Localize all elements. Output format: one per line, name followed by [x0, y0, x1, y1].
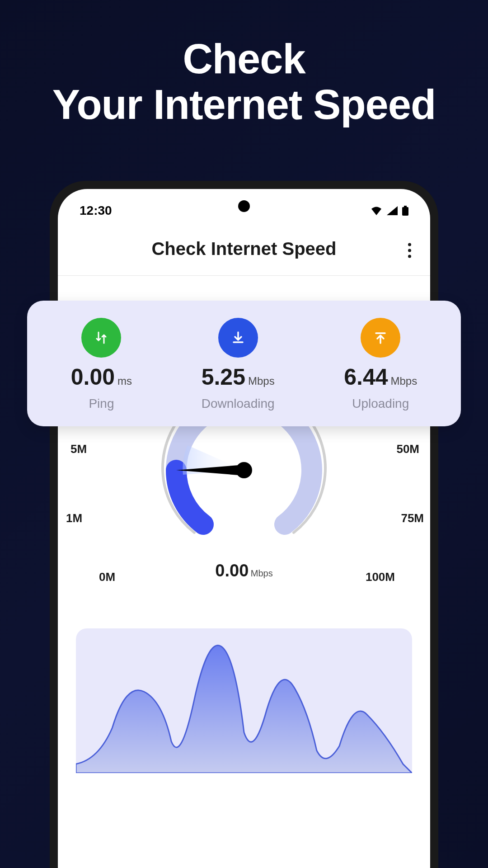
- download-value-row: 5.25 Mbps: [202, 364, 275, 390]
- promo-line-2: Your Internet Speed: [52, 81, 436, 127]
- more-menu-button[interactable]: [408, 243, 411, 258]
- upload-value: 6.44: [344, 364, 388, 390]
- wifi-icon: [371, 206, 382, 215]
- upload-label: Uploading: [352, 396, 409, 411]
- phone-frame: 12:30 Check Internet Speed: [50, 181, 438, 868]
- ping-value: 0.00: [71, 364, 115, 390]
- gauge-tick-50: 50M: [396, 442, 419, 456]
- stat-upload: 6.44 Mbps Uploading: [344, 318, 417, 411]
- phone-screen: 12:30 Check Internet Speed: [58, 189, 430, 868]
- ping-value-row: 0.00 ms: [71, 364, 132, 390]
- svg-point-2: [236, 462, 252, 478]
- upload-unit: Mbps: [391, 375, 418, 387]
- battery-icon: [402, 206, 408, 216]
- more-menu-icon: [408, 243, 411, 246]
- promo-title: Check Your Internet Speed: [0, 0, 488, 127]
- status-time: 12:30: [80, 203, 112, 218]
- app-header: Check Internet Speed: [58, 225, 430, 276]
- gauge-value: 0.00 Mbps: [215, 561, 272, 580]
- signal-icon: [387, 206, 398, 215]
- stat-ping: 0.00 ms Ping: [71, 318, 132, 411]
- camera-notch: [238, 200, 250, 212]
- status-icons: [371, 206, 408, 216]
- gauge-value-unit: Mbps: [251, 568, 273, 578]
- ping-unit: ms: [117, 375, 132, 387]
- download-label: Downloading: [202, 396, 275, 411]
- gauge-tick-1: 1M: [66, 511, 82, 525]
- stats-card: 0.00 ms Ping 5.25 Mbps Downloading 6.44 …: [27, 301, 461, 426]
- promo-line-1: Check: [183, 36, 305, 82]
- gauge-value-number: 0.00: [215, 561, 249, 580]
- svg-rect-0: [404, 206, 407, 207]
- download-unit: Mbps: [248, 375, 275, 387]
- gauge-tick-0: 0M: [99, 570, 115, 584]
- download-icon: [218, 318, 258, 358]
- upload-value-row: 6.44 Mbps: [344, 364, 417, 390]
- svg-rect-1: [402, 207, 408, 216]
- ping-label: Ping: [89, 396, 114, 411]
- gauge-tick-75: 75M: [401, 511, 424, 525]
- wave-chart-svg: [76, 628, 412, 773]
- stat-download: 5.25 Mbps Downloading: [202, 318, 275, 411]
- upload-icon: [361, 318, 400, 358]
- ping-icon: [81, 318, 121, 358]
- gauge-tick-5: 5M: [70, 442, 87, 456]
- page-title: Check Internet Speed: [58, 239, 430, 259]
- download-value: 5.25: [202, 364, 245, 390]
- gauge-tick-100: 100M: [366, 570, 395, 584]
- speed-history-chart: [76, 628, 412, 773]
